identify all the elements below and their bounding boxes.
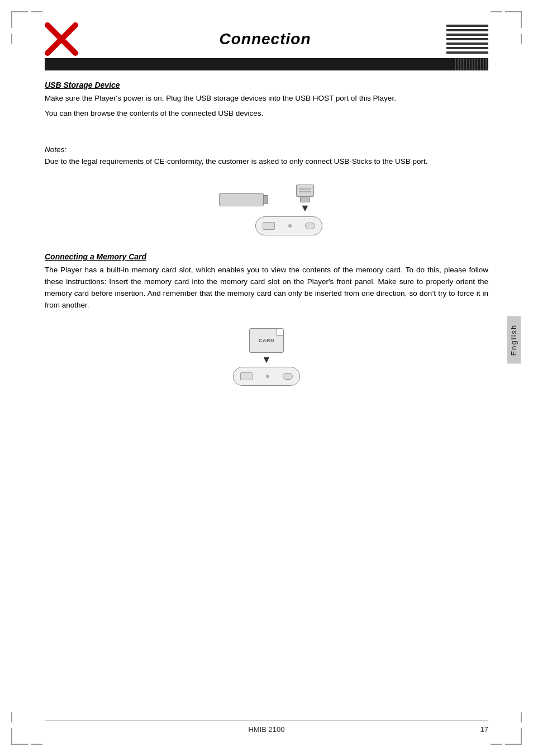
line-tl <box>31 11 42 12</box>
usb-stick <box>219 193 268 206</box>
deco-line-7 <box>446 51 488 54</box>
sidebar-english-label: English <box>507 316 521 364</box>
memcard-diagram-area: CARD ▼ <box>45 328 488 386</box>
language-sidebar: English <box>507 316 521 364</box>
deco-line-1 <box>446 25 488 27</box>
corner-mark-br <box>505 728 522 745</box>
player-center-dot <box>288 224 292 228</box>
plug-line-1 <box>299 188 311 190</box>
footer-model: HMIB 2100 <box>248 725 284 734</box>
usb-diagram-area: ▼ <box>45 185 488 236</box>
player-device-memcard <box>233 367 300 386</box>
bar-texture <box>455 58 488 70</box>
player-right-port <box>305 223 315 229</box>
section-memcard: Connecting a Memory Card The Player has … <box>45 252 488 311</box>
memcard-diagram: CARD ▼ <box>233 328 300 386</box>
corner-mark-bl <box>11 728 28 745</box>
arrow-down-1: ▼ <box>300 202 310 215</box>
section-usb: USB Storage Device Make sure the Player'… <box>45 81 488 168</box>
line-tr <box>491 11 502 12</box>
chapter-header: Connection <box>45 22 488 56</box>
line-bl <box>31 744 42 745</box>
deco-line-6 <box>446 47 488 49</box>
arrow-down-2: ▼ <box>261 353 272 367</box>
usb-devices-row: ▼ <box>219 185 314 215</box>
notes-label: Notes: <box>45 145 488 154</box>
usb-plug-tail <box>300 197 310 202</box>
deco-line-2 <box>446 29 488 31</box>
line-left-b <box>11 712 12 722</box>
gap1 <box>45 123 488 134</box>
corner-mark-tl <box>11 11 28 28</box>
player-right-port-2 <box>283 373 293 380</box>
player-center-dot-2 <box>266 375 269 378</box>
deco-line-5 <box>446 42 488 45</box>
usb-plug-body <box>296 185 314 197</box>
corner-mark-tr <box>505 11 522 28</box>
memcard-para1: The Player has a built-in memory card sl… <box>45 264 488 311</box>
plug-line-2 <box>299 191 311 192</box>
lines-decoration <box>446 25 488 54</box>
memory-card: CARD <box>249 328 284 353</box>
page-container: English Connection USB Storag <box>0 0 533 756</box>
deco-line-3 <box>446 34 488 36</box>
usb-plug: ▼ <box>296 185 314 215</box>
player-usb-slot <box>263 222 275 230</box>
page-footer: HMIB 2100 17 <box>45 720 488 734</box>
line-right-t <box>521 34 522 44</box>
line-br <box>491 744 502 745</box>
chapter-icon <box>45 22 84 56</box>
usb-stick-body <box>219 193 264 206</box>
deco-line-4 <box>446 38 488 40</box>
line-left-t <box>11 34 12 44</box>
card-notch <box>277 329 283 336</box>
player-usb-row <box>255 216 322 235</box>
memcard-section-title: Connecting a Memory Card <box>45 252 488 261</box>
player-device-usb <box>255 216 322 235</box>
usb-para2: You can then browse the contents of the … <box>45 108 488 120</box>
player-card-slot <box>240 372 253 380</box>
usb-para1: Make sure the Player's power is on. Plug… <box>45 93 488 105</box>
chapter-title: Connection <box>220 30 311 48</box>
usb-stick-connector <box>264 195 268 204</box>
chapter-title-area: Connection <box>95 30 435 48</box>
card-label: CARD <box>259 338 274 343</box>
usb-section-title: USB Storage Device <box>45 81 488 89</box>
line-right-b <box>521 712 522 722</box>
usb-diagram: ▼ <box>211 185 322 236</box>
notes-text: Due to the legal requirements of CE-conf… <box>45 156 488 168</box>
section-divider-bar <box>45 58 488 70</box>
footer-page: 17 <box>480 725 488 734</box>
